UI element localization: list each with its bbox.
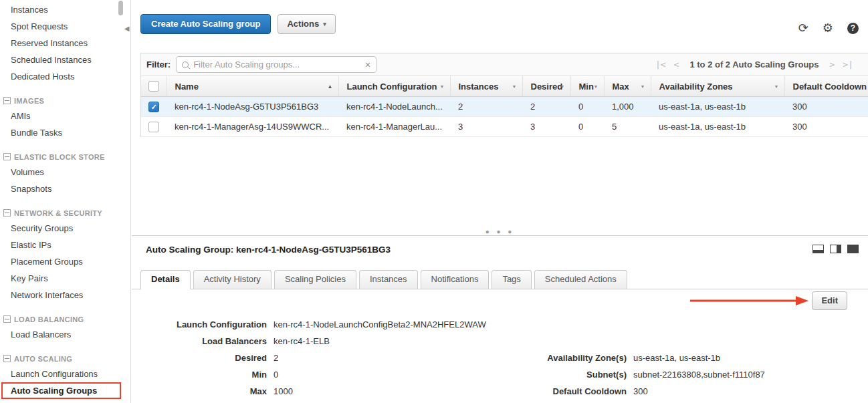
sidebar-item[interactable]: Placement Groups <box>0 253 130 270</box>
sidebar-item-label: AUTO SCALING <box>14 355 72 363</box>
column-header-max[interactable]: Max▼ <box>604 76 651 97</box>
sidebar-item[interactable]: Instances <box>0 1 130 18</box>
page-count: 1 to 2 of 2 Auto Scaling Groups <box>689 59 819 70</box>
sidebar-item[interactable]: Elastic IPs <box>0 237 130 253</box>
column-header-default-cooldown[interactable]: Default Cooldown <box>784 76 868 97</box>
annotation-arrow-icon <box>690 295 809 306</box>
sidebar-item-label: NETWORK & SECURITY <box>14 209 102 217</box>
cell-desired: 3 <box>522 117 570 137</box>
row-checkbox[interactable] <box>148 122 159 132</box>
column-filter-icon[interactable]: ▼ <box>594 84 599 89</box>
sidebar-item[interactable]: AUTO SCALING <box>0 352 130 366</box>
actions-button[interactable]: Actions▾ <box>278 14 335 34</box>
cell-availability-zones: us-east-1a, us-east-1b <box>651 97 784 117</box>
sidebar-item-label: Key Pairs <box>11 273 48 283</box>
sidebar-item[interactable]: Key Pairs <box>0 270 130 287</box>
layout-right-pane-icon[interactable] <box>830 245 841 253</box>
clear-filter-icon[interactable]: × <box>365 60 370 70</box>
sidebar-item[interactable]: AMIs <box>0 108 130 124</box>
create-auto-scaling-group-button[interactable]: Create Auto Scaling group <box>140 14 271 34</box>
details-tab[interactable]: Details <box>140 270 191 289</box>
row-checkbox[interactable] <box>148 102 159 112</box>
sidebar-item-label: ELASTIC BLOCK STORE <box>14 153 105 161</box>
column-header-launch-configuration[interactable]: Launch Configuration▼ <box>338 76 450 97</box>
collapse-section-icon[interactable] <box>3 209 11 217</box>
sidebar-item[interactable]: Volumes <box>0 164 130 180</box>
sidebar-item[interactable]: Launch Configurations <box>0 366 130 382</box>
sidebar-item[interactable]: Reserved Instances <box>0 35 130 51</box>
column-header-instances[interactable]: Instances▼ <box>450 76 522 97</box>
select-all-header[interactable] <box>141 76 167 97</box>
cell-name: ken-rc4-1-NodeAsg-G5TU3P561BG3 <box>167 97 338 117</box>
sidebar-item[interactable]: IMAGES <box>0 94 130 108</box>
cell-default-cooldown: 300 <box>784 97 868 117</box>
table-header-row: Name▲ Launch Configuration▼ Instances▼ D… <box>141 76 868 97</box>
details-tab[interactable]: Notifications <box>421 270 490 289</box>
prev-page-icon[interactable]: < <box>670 59 683 70</box>
asg-table-row[interactable]: ken-rc4-1-NodeAsg-G5TU3P561BG3 ken-rc4-1… <box>141 97 868 117</box>
field-value: subnet-22163808,subnet-f1110f87 <box>633 366 868 383</box>
select-all-checkbox[interactable] <box>148 81 159 92</box>
details-tab[interactable]: Activity History <box>193 270 272 289</box>
sidebar-item[interactable]: ELASTIC BLOCK STORE <box>0 150 130 164</box>
details-tabbar: Details Activity History Scaling Policie… <box>132 269 868 289</box>
asg-table-widget: Filter: × |< < 1 to 2 of 2 Auto Scaling … <box>140 53 868 137</box>
sidebar-item[interactable]: Bundle Tasks <box>0 124 130 141</box>
sidebar-item[interactable]: Scheduled Instances <box>0 51 130 68</box>
details-tab[interactable]: Tags <box>492 270 531 289</box>
column-filter-icon[interactable]: ▼ <box>560 84 565 89</box>
sidebar-item-label: Reserved Instances <box>11 38 88 48</box>
column-filter-icon[interactable]: ▼ <box>440 84 445 89</box>
sidebar-item[interactable]: Snapshots <box>0 180 130 197</box>
cell-launch-configuration: ken-rc4-1-ManagerLau... <box>338 117 450 137</box>
details-tab[interactable]: Scheduled Actions <box>534 270 627 289</box>
sidebar-item[interactable]: Network Interfaces <box>0 287 130 303</box>
sidebar-item[interactable]: LOAD BALANCING <box>0 313 130 326</box>
filter-input[interactable] <box>193 59 365 70</box>
refresh-icon[interactable]: ⟳ <box>798 22 808 34</box>
gear-icon[interactable]: ⚙ <box>823 22 833 34</box>
sidebar-scrollbar-thumb[interactable] <box>118 1 123 15</box>
edit-button[interactable]: Edit <box>812 291 847 310</box>
pagination: |< < 1 to 2 of 2 Auto Scaling Groups > >… <box>651 59 857 70</box>
last-page-icon[interactable]: >| <box>839 59 857 70</box>
asg-table-row[interactable]: ken-rc4-1-ManagerAsg-14US9WWCR... ken-rc… <box>141 117 868 137</box>
sidebar-item[interactable]: NETWORK & SECURITY <box>0 207 130 220</box>
collapse-section-icon[interactable] <box>3 153 11 160</box>
sidebar-item-label: IMAGES <box>14 97 44 105</box>
collapse-section-icon[interactable] <box>3 315 11 323</box>
cell-min: 0 <box>570 97 604 117</box>
search-box[interactable]: × <box>176 56 376 73</box>
column-filter-icon[interactable]: ▼ <box>512 84 517 89</box>
details-tab[interactable]: Instances <box>359 270 418 289</box>
next-page-icon[interactable]: > <box>826 59 839 70</box>
column-filter-icon[interactable]: ▼ <box>774 84 779 89</box>
details-field-row: Min 0 Subnet(s) subnet-22163808,subnet-f… <box>140 366 868 383</box>
column-header-availability-zones[interactable]: Availability Zones▼ <box>651 76 784 97</box>
sidebar-collapse-icon[interactable]: ◀ <box>122 20 131 37</box>
details-fields: Launch Configuration ken-rc4-1-NodeLaunc… <box>140 316 868 403</box>
column-header-name[interactable]: Name▲ <box>167 76 338 97</box>
search-icon <box>182 61 189 68</box>
sidebar-item[interactable]: Load Balancers <box>0 326 130 343</box>
layout-full-pane-icon[interactable] <box>847 245 859 253</box>
column-header-desired[interactable]: Desired▼ <box>522 76 570 97</box>
first-page-icon[interactable]: |< <box>651 59 670 70</box>
details-tab[interactable]: Scaling Policies <box>274 270 356 289</box>
sidebar-item[interactable]: Dedicated Hosts <box>0 68 130 85</box>
sidebar-item[interactable]: Auto Scaling Groups <box>1 382 121 399</box>
sidebar-item[interactable]: Security Groups <box>0 220 130 237</box>
column-header-min[interactable]: Min▼ <box>570 76 604 97</box>
sidebar-item[interactable]: Spot Requests <box>0 18 130 35</box>
collapse-section-icon[interactable] <box>3 355 11 362</box>
collapse-section-icon[interactable] <box>3 97 11 104</box>
pane-splitter-handle[interactable]: ● ● ● <box>132 229 868 235</box>
details-panel: Auto Scaling Group: ken-rc4-1-NodeAsg-G5… <box>132 235 868 403</box>
layout-bottom-pane-icon[interactable] <box>812 245 824 253</box>
sidebar-item-label: Volumes <box>11 167 44 177</box>
sidebar-item-label: Placement Groups <box>11 257 83 267</box>
column-filter-icon[interactable]: ▼ <box>641 84 645 89</box>
help-icon[interactable]: ? <box>847 23 859 34</box>
cell-max: 5 <box>604 117 651 137</box>
cell-name: ken-rc4-1-ManagerAsg-14US9WWCR... <box>167 117 338 137</box>
